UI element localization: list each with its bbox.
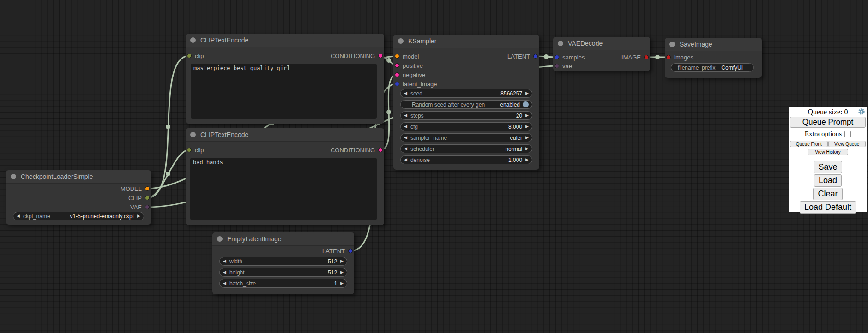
node-clip-text-encode-positive[interactable]: CLIPTextEncode clip CONDITIONING masterp… [186,34,384,124]
node-empty-latent-image[interactable]: EmptyLatentImage LATENT ◀ width 512 ▶ ◀ … [212,232,354,294]
output-dot-image[interactable] [644,55,649,59]
view-queue-button[interactable]: View Queue [828,141,866,147]
comfyui-canvas[interactable]: { "app": {"name": "ComfyUI node graph"},… [0,0,868,333]
widget-denoise[interactable]: ◀ denoise 1.000 ▶ [400,155,532,164]
output-dot-conditioning[interactable] [378,54,383,58]
decrement-arrow-icon[interactable]: ◀ [404,155,407,164]
node-collapse-dot[interactable] [190,132,196,137]
output-dot-clip[interactable] [145,196,150,200]
settings-gear-icon[interactable] [858,108,865,115]
input-dot-positive[interactable] [395,63,399,68]
decrement-arrow-icon[interactable]: ◀ [404,133,407,142]
node-collapse-dot[interactable] [398,38,404,44]
input-slot-clip: clip [187,51,204,60]
increment-arrow-icon[interactable]: ▶ [525,155,529,164]
widget-filename-prefix[interactable]: filename_prefix ComfyUI [671,63,754,72]
toggle-on-dot[interactable] [523,101,529,107]
decrement-arrow-icon[interactable]: ◀ [404,89,407,98]
slot-label: LATENT [507,53,530,60]
prompt-textarea[interactable]: bad hands [190,158,377,220]
node-vae-decode[interactable]: VAEDecode samples vae IMAGE [553,37,650,71]
slot-label: VAE [130,204,142,211]
input-dot-latent-image[interactable] [395,82,399,86]
widget-value: ComfyUI [721,65,743,71]
output-dot-model[interactable] [145,186,150,191]
input-slot-clip: clip [187,145,204,155]
node-collapse-dot[interactable] [669,42,675,47]
decrement-arrow-icon[interactable]: ◀ [17,212,20,220]
save-button[interactable]: Save [814,161,842,173]
output-slot-latent: LATENT [322,246,353,256]
node-save-image[interactable]: SaveImage images filename_prefix ComfyUI [665,38,762,78]
input-dot-model[interactable] [395,54,399,59]
output-slot-latent: LATENT [507,52,538,61]
extra-options-label: Extra options [805,130,842,138]
slot-label: clip [195,147,204,154]
input-dot-clip[interactable] [187,148,192,152]
node-collapse-dot[interactable] [11,174,16,179]
widget-batch-size[interactable]: ◀ batch_size 1 ▶ [219,279,347,288]
widget-random-seed-toggle[interactable]: Random seed after every gen enabled [400,100,532,109]
widget-label: cfg [410,124,418,130]
widget-width[interactable]: ◀ width 512 ▶ [219,257,347,266]
prompt-textarea[interactable]: masterpiece best quality girl [191,64,377,119]
widget-height[interactable]: ◀ height 512 ▶ [219,268,347,277]
widget-sampler-name[interactable]: ◀ sampler_name euler ▶ [400,133,532,142]
output-dot-conditioning[interactable] [378,148,383,152]
increment-arrow-icon[interactable]: ▶ [525,122,529,131]
extra-options-checkbox[interactable] [844,131,851,137]
decrement-arrow-icon[interactable]: ◀ [404,144,407,153]
input-dot-samples[interactable] [555,55,559,59]
widget-label: sampler_name [410,135,447,141]
increment-arrow-icon[interactable]: ▶ [137,212,140,220]
decrement-arrow-icon[interactable]: ◀ [223,268,226,277]
widget-cfg[interactable]: ◀ cfg 8.000 ▶ [400,122,532,131]
load-default-button[interactable]: Load Default [800,201,856,214]
queue-front-button[interactable]: Queue Front [790,141,828,147]
input-slot-latent-image: latent_image [395,79,437,89]
slot-label: CONDITIONING [331,147,375,154]
clear-button[interactable]: Clear [813,188,842,200]
increment-arrow-icon[interactable]: ▶ [525,89,529,98]
node-collapse-dot[interactable] [558,41,563,46]
increment-arrow-icon[interactable]: ▶ [525,144,529,153]
node-clip-text-encode-negative[interactable]: CLIPTextEncode clip CONDITIONING bad han… [186,128,384,225]
widget-seed[interactable]: ◀ seed 8566257 ▶ [400,89,532,98]
output-slot-model: MODEL [121,184,150,193]
decrement-arrow-icon[interactable]: ◀ [404,111,407,120]
decrement-arrow-icon[interactable]: ◀ [404,122,407,131]
widget-ckpt-name[interactable]: ◀ ckpt_name v1-5-pruned-emaonly.ckpt ▶ [13,212,144,220]
output-dot-latent[interactable] [348,249,353,253]
increment-arrow-icon[interactable]: ▶ [340,268,344,277]
input-slot-images: images [666,53,693,62]
increment-arrow-icon[interactable]: ▶ [340,257,344,266]
widget-label: height [229,269,245,276]
output-slot-clip: CLIP [128,193,150,202]
output-dot-vae[interactable] [145,205,150,209]
node-title: SaveImage [680,41,712,48]
increment-arrow-icon[interactable]: ▶ [525,133,529,142]
output-dot-latent[interactable] [533,54,538,59]
increment-arrow-icon[interactable]: ▶ [340,279,344,288]
widget-steps[interactable]: ◀ steps 20 ▶ [400,111,532,120]
slot-label: IMAGE [621,54,641,61]
input-dot-images[interactable] [666,55,671,59]
load-button[interactable]: Load [814,174,842,187]
view-history-button[interactable]: View History [808,149,848,155]
queue-prompt-button[interactable]: Queue Prompt [790,117,866,128]
input-dot-vae[interactable] [555,64,559,68]
output-slot-conditioning: CONDITIONING [331,51,383,60]
decrement-arrow-icon[interactable]: ◀ [223,279,226,288]
node-ksampler[interactable]: KSampler model positive negative latent_… [393,35,539,170]
input-dot-negative[interactable] [395,72,399,77]
node-collapse-dot[interactable] [190,37,196,43]
link-midpoint-dot [166,172,170,176]
widget-scheduler[interactable]: ◀ scheduler normal ▶ [400,144,532,153]
input-dot-clip[interactable] [187,54,192,58]
slot-label: vae [562,63,572,70]
increment-arrow-icon[interactable]: ▶ [525,111,529,120]
decrement-arrow-icon[interactable]: ◀ [223,257,226,266]
node-collapse-dot[interactable] [217,236,223,242]
node-checkpoint-loader[interactable]: CheckpointLoaderSimple MODEL CLIP VAE ◀ … [6,170,151,225]
widget-value: 8.000 [508,124,522,130]
